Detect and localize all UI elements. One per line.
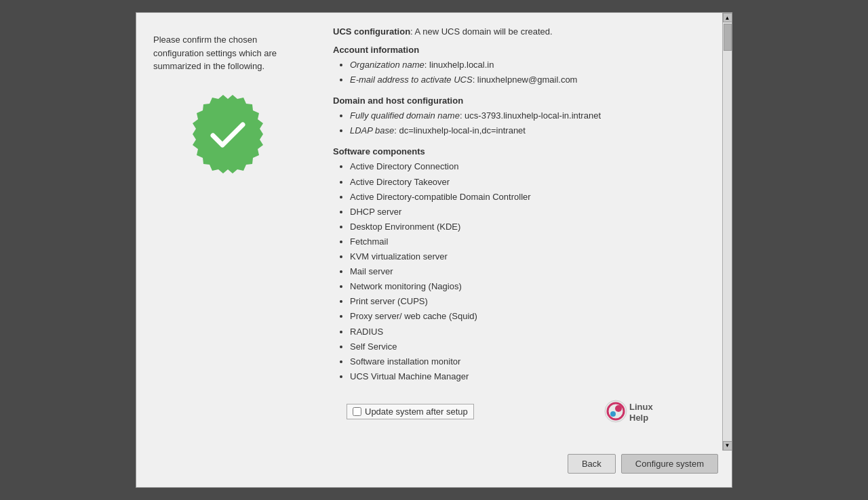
ucs-config-value: : A new UCS domain will be created.	[410, 26, 553, 37]
domain-host-list: Fully qualified domain name: ucs-3793.li…	[333, 108, 705, 138]
configure-button[interactable]: Configure system	[621, 454, 718, 474]
list-item: Active Directory Takeover	[350, 175, 705, 190]
back-button[interactable]: Back	[568, 454, 616, 474]
org-name-value: : linuxhelp.local.in	[425, 60, 494, 70]
fqdn-value: : ucs-3793.linuxhelp-local-in.intranet	[460, 110, 601, 121]
domain-host-heading: Domain and host configuration	[333, 96, 705, 106]
list-item: Organization name: linuxhelp.local.in	[350, 58, 705, 72]
list-item: Active Directory-compatible Domain Contr…	[350, 190, 705, 205]
checkmark-badge	[187, 93, 269, 175]
scrollbar[interactable]: ▲ ▼	[722, 13, 732, 451]
scrollbar-track[interactable]	[723, 22, 732, 441]
list-item: DHCP server	[350, 205, 705, 220]
buttons-row: Back Configure system	[136, 451, 732, 487]
main-window: Please confirm the chosen configuration …	[136, 12, 732, 488]
list-item: Active Directory Connection	[350, 159, 705, 174]
list-item: Fully qualified domain name: ucs-3793.li…	[350, 108, 705, 123]
update-checkbox-text: Update system after setup	[365, 407, 468, 417]
list-item: Mail server	[350, 264, 705, 279]
scrollbar-thumb[interactable]	[724, 24, 732, 51]
list-item: Proxy server/ web cache (Squid)	[350, 309, 705, 324]
left-panel: Please confirm the chosen configuration …	[136, 13, 319, 451]
list-item: Desktop Environment (KDE)	[350, 220, 705, 234]
org-name-label: Organization name	[350, 60, 425, 70]
list-item: RADIUS	[350, 325, 705, 339]
list-item: Fetchmail	[350, 234, 705, 249]
ldap-value: : dc=linuxhelp-local-in,dc=intranet	[394, 125, 526, 136]
description-text: Please confirm the chosen configuration …	[153, 33, 302, 73]
ucs-config-line: UCS configuration: A new UCS domain will…	[333, 26, 705, 37]
svg-text:Linux: Linux	[629, 402, 653, 412]
ldap-label: LDAP base	[350, 125, 394, 136]
right-panel: UCS configuration: A new UCS domain will…	[319, 13, 722, 451]
list-item: Software installation monitor	[350, 354, 705, 369]
list-item: Print server (CUPS)	[350, 294, 705, 309]
scroll-up-arrow[interactable]: ▲	[723, 13, 732, 22]
logo-area: Linux Help	[604, 396, 692, 427]
footer-left: Update system after setup	[347, 404, 474, 419]
list-item: UCS Virtual Machine Manager	[350, 369, 705, 384]
update-checkbox[interactable]	[353, 407, 361, 416]
update-checkbox-label[interactable]: Update system after setup	[347, 404, 474, 419]
list-item: Network monitoring (Nagios)	[350, 279, 705, 294]
ucs-config-label: UCS configuration	[333, 26, 410, 37]
list-item: E-mail address to activate UCS: linuxhel…	[350, 72, 705, 87]
fqdn-label: Fully qualified domain name	[350, 110, 460, 121]
svg-text:Help: Help	[629, 413, 648, 423]
scroll-down-arrow[interactable]: ▼	[723, 441, 732, 451]
email-label: E-mail address to activate UCS	[350, 75, 473, 85]
list-item: Self Service	[350, 339, 705, 354]
footer-area: Update system after setup Linux Help	[333, 390, 705, 437]
software-heading: Software components	[333, 146, 705, 157]
software-list: Active Directory ConnectionActive Direct…	[333, 159, 705, 383]
list-item: KVM virtualization server	[350, 249, 705, 264]
svg-point-3	[610, 411, 616, 417]
email-value: : linuxhelpnew@gmail.com	[473, 75, 578, 85]
list-item: LDAP base: dc=linuxhelp-local-in,dc=intr…	[350, 123, 705, 138]
account-info-list: Organization name: linuxhelp.local.in E-…	[333, 58, 705, 87]
account-info-heading: Account information	[333, 45, 705, 55]
svg-point-2	[615, 405, 622, 412]
linuxhelp-logo: Linux Help	[604, 396, 692, 427]
